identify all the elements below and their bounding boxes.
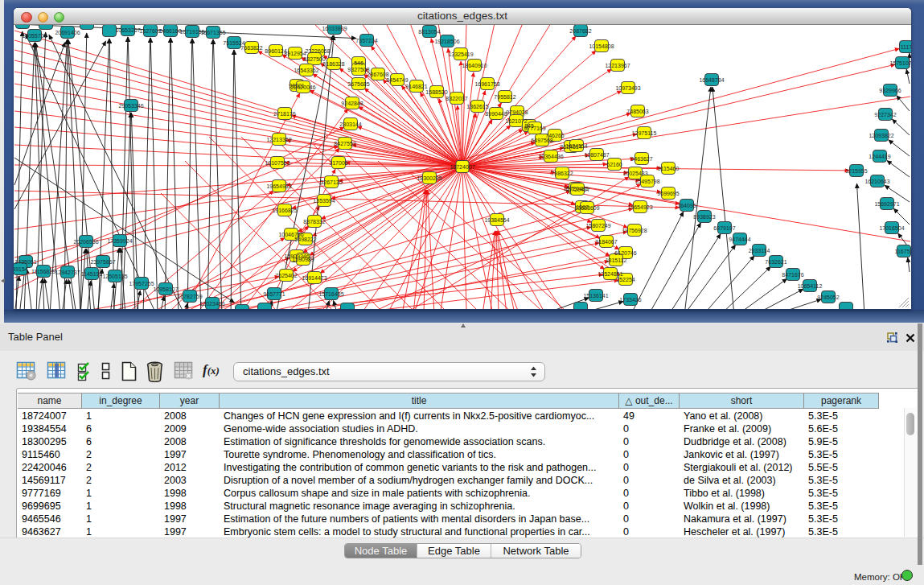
svg-text:3267130: 3267130 <box>320 179 342 185</box>
svg-text:18724007: 18724007 <box>450 164 474 170</box>
svg-text:9777169: 9777169 <box>524 126 545 131</box>
svg-text:10154808: 10154808 <box>589 43 614 49</box>
svg-text:22420046: 22420046 <box>290 84 315 90</box>
svg-text:252254: 252254 <box>616 277 634 282</box>
svg-text:8813054: 8813054 <box>418 29 440 35</box>
svg-text:9242848: 9242848 <box>341 101 363 106</box>
svg-text:19654923: 19654923 <box>627 204 652 210</box>
svg-text:7955812: 7955812 <box>494 94 515 100</box>
svg-text:10807487: 10807487 <box>584 152 609 158</box>
svg-text:8990448: 8990448 <box>485 111 507 117</box>
svg-text:10025433: 10025433 <box>622 171 647 176</box>
svg-text:19654933: 19654933 <box>266 183 291 189</box>
svg-text:5498222: 5498222 <box>294 237 316 242</box>
svg-text:15807249: 15807249 <box>585 223 610 229</box>
svg-text:6466160: 6466160 <box>159 28 181 34</box>
svg-text:12093822: 12093822 <box>869 133 893 138</box>
svg-text:9329966: 9329966 <box>879 88 901 93</box>
svg-text:8454749: 8454749 <box>386 77 408 83</box>
svg-text:546: 546 <box>354 60 363 66</box>
svg-text:7357224: 7357224 <box>355 38 377 43</box>
svg-text:13524851: 13524851 <box>598 271 622 277</box>
svg-text:15720407: 15720407 <box>565 187 589 192</box>
svg-text:17957255: 17957255 <box>129 281 154 286</box>
svg-text:16543362: 16543362 <box>294 68 318 73</box>
svg-text:1244419: 1244419 <box>869 154 890 159</box>
svg-text:12942737: 12942737 <box>55 270 80 275</box>
svg-text:20206536: 20206536 <box>73 239 98 245</box>
svg-text:13325419: 13325419 <box>448 51 473 57</box>
svg-text:23975867: 23975867 <box>90 259 115 265</box>
svg-text:9474444: 9474444 <box>729 237 750 242</box>
svg-text:15692971: 15692971 <box>874 201 899 207</box>
svg-text:9657771: 9657771 <box>263 291 285 297</box>
svg-text:116753: 116753 <box>895 249 911 254</box>
svg-text:9699695: 9699695 <box>657 191 679 196</box>
svg-text:6879197: 6879197 <box>713 225 735 231</box>
svg-text:1117: 1117 <box>901 44 911 50</box>
svg-text:9463627: 9463627 <box>630 156 652 162</box>
svg-text:19384554: 19384554 <box>484 217 509 223</box>
svg-text:12213967: 12213967 <box>605 63 630 68</box>
svg-text:23226058: 23226058 <box>305 48 330 54</box>
svg-text:16033809: 16033809 <box>322 26 347 31</box>
svg-text:1733426: 1733426 <box>619 297 641 303</box>
svg-text:15716485: 15716485 <box>318 291 343 297</box>
svg-text:6120746: 6120746 <box>614 250 636 256</box>
svg-text:39154: 39154 <box>14 266 28 272</box>
svg-text:9245052: 9245052 <box>817 295 839 300</box>
svg-text:62160: 62160 <box>606 162 622 167</box>
svg-text:317006: 317006 <box>329 160 347 166</box>
svg-text:7663822: 7663822 <box>240 45 262 51</box>
svg-text:16210643: 16210643 <box>864 179 889 184</box>
svg-text:3675685: 3675685 <box>347 81 369 87</box>
svg-text:7485063: 7485063 <box>626 109 648 114</box>
svg-text:2867608: 2867608 <box>367 72 388 77</box>
svg-text:18300295: 18300295 <box>417 175 441 181</box>
svg-text:8878332: 8878332 <box>303 219 325 225</box>
svg-text:1362615: 1362615 <box>466 104 488 109</box>
svg-text:1527602: 1527602 <box>139 28 161 34</box>
svg-text:10654112: 10654112 <box>798 283 823 289</box>
svg-text:1588520: 1588520 <box>425 89 447 95</box>
svg-text:9227342: 9227342 <box>874 112 896 117</box>
svg-text:15495798: 15495798 <box>634 179 659 184</box>
svg-text:9115460: 9115460 <box>658 166 680 171</box>
svg-text:9146821: 9146821 <box>405 84 427 89</box>
svg-text:15751074: 15751074 <box>889 60 911 66</box>
svg-text:16782759: 16782759 <box>177 294 202 299</box>
svg-text:2803144: 2803144 <box>339 122 361 127</box>
svg-text:8938923: 8938923 <box>693 214 715 220</box>
svg-text:6497568: 6497568 <box>531 138 552 143</box>
svg-text:1624554: 1624554 <box>565 143 587 149</box>
svg-text:12023466: 12023466 <box>199 301 224 307</box>
svg-text:12505135: 12505135 <box>102 274 127 279</box>
svg-text:16914473: 16914473 <box>302 275 326 281</box>
svg-text:29053346: 29053346 <box>118 103 143 109</box>
svg-text:20364436: 20364436 <box>538 154 563 159</box>
svg-text:19166825: 19166825 <box>272 208 297 213</box>
svg-text:17359924: 17359924 <box>107 238 132 244</box>
svg-text:14055721: 14055721 <box>22 33 47 39</box>
svg-text:10958107: 10958107 <box>153 286 178 292</box>
svg-text:8427552: 8427552 <box>334 141 355 146</box>
svg-text:11156829: 11156829 <box>31 269 55 274</box>
svg-text:16671355: 16671355 <box>200 30 225 35</box>
svg-text:7625402: 7625402 <box>275 273 297 278</box>
svg-text:7986322: 7986322 <box>551 171 573 176</box>
svg-text:15136141: 15136141 <box>583 293 608 299</box>
svg-text:8186328: 8186328 <box>322 61 344 67</box>
svg-text:17016504: 17016504 <box>879 225 904 231</box>
svg-text:12975115: 12975115 <box>632 130 657 136</box>
svg-text:2933114: 2933114 <box>749 248 770 253</box>
svg-text:10688609: 10688609 <box>574 205 599 211</box>
svg-text:1145191: 1145191 <box>81 271 103 277</box>
svg-text:9794028: 9794028 <box>506 109 528 115</box>
svg-text:2718176: 2718176 <box>273 111 295 117</box>
svg-text:1590989: 1590989 <box>292 257 314 262</box>
svg-text:16107553: 16107553 <box>265 160 290 166</box>
svg-text:19218506: 19218506 <box>434 39 459 44</box>
svg-text:20691406: 20691406 <box>55 30 80 35</box>
svg-text:1353594: 1353594 <box>313 198 335 204</box>
svg-text:10653267: 10653267 <box>115 27 140 33</box>
